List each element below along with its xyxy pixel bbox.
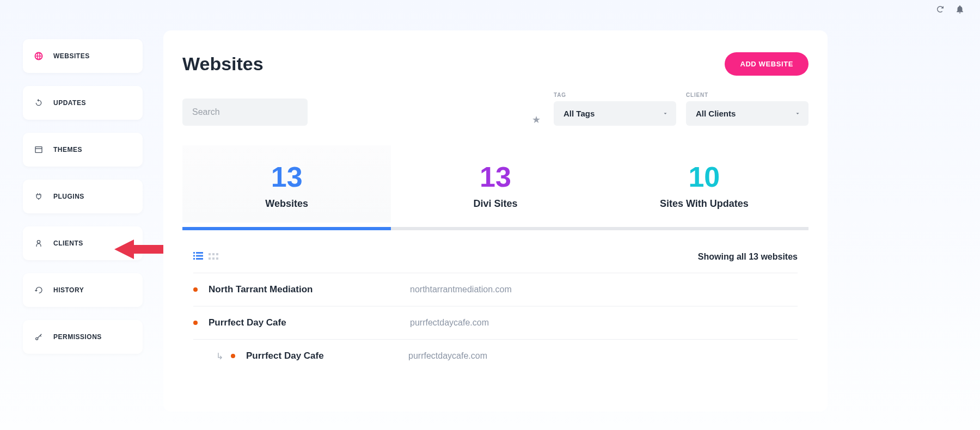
sidebar-item-label: UPDATES [53,99,86,107]
sync-icon [34,98,44,108]
svg-point-2 [37,241,40,243]
status-dot [231,354,235,358]
stat-value: 13 [396,162,594,193]
key-icon [34,332,44,342]
svg-rect-16 [216,257,218,260]
add-website-button[interactable]: ADD WEBSITE [725,52,808,76]
grid-view-icon[interactable] [209,252,218,262]
stat-value: 13 [188,162,385,193]
website-name: Purrfect Day Cafe [209,317,399,328]
svg-rect-14 [209,257,211,260]
svg-rect-13 [216,253,218,255]
favorite-filter-icon[interactable]: ★ [532,114,541,126]
website-url: northtarrantmediation.com [410,285,512,294]
list-view-icon[interactable] [193,252,203,262]
stat-value: 10 [605,162,803,193]
svg-rect-7 [193,255,195,257]
arrow-annotation [114,237,163,261]
svg-marker-4 [114,239,163,259]
svg-rect-10 [196,258,203,260]
stat-divi-sites[interactable]: 13 Divi Sites [391,145,599,223]
website-name: North Tarrant Mediation [209,284,399,295]
client-select[interactable]: All Clients [686,101,808,126]
main-panel: Websites ADD WEBSITE ★ TAG All Tags CLIE… [163,30,828,411]
layout-icon [34,145,44,155]
svg-rect-11 [209,253,211,255]
svg-rect-15 [212,257,215,260]
child-indent-icon: ↳ [216,351,223,361]
stat-label: Websites [188,198,385,210]
refresh-icon[interactable] [935,4,945,16]
sidebar-item-label: PLUGINS [53,193,84,200]
svg-rect-0 [35,147,42,153]
sidebar-item-updates[interactable]: UPDATES [23,86,143,120]
sidebar-item-label: PERMISSIONS [53,333,102,341]
stat-sites-with-updates[interactable]: 10 Sites With Updates [600,145,808,223]
website-url: purrfectdaycafe.com [410,318,489,328]
website-row[interactable]: Purrfect Day Cafe purrfectdaycafe.com [193,306,798,339]
search-input[interactable] [182,99,308,126]
client-filter-label: CLIENT [686,92,808,98]
tag-select-value: All Tags [564,109,595,118]
sidebar-item-history[interactable]: HISTORY [23,273,143,307]
history-icon [34,285,44,295]
website-name: Purrfect Day Cafe [246,351,397,361]
showing-count: Showing all 13 websites [698,252,798,262]
tag-select[interactable]: All Tags [554,101,676,126]
sidebar-item-plugins[interactable]: PLUGINS [23,180,143,213]
globe-icon [34,51,44,61]
status-dot [193,287,198,292]
client-select-value: All Clients [696,109,736,118]
website-row-child[interactable]: ↳ Purrfect Day Cafe purrfectdaycafe.com [193,339,798,372]
website-list: North Tarrant Mediation northtarrantmedi… [182,273,808,372]
svg-rect-6 [196,252,203,254]
bell-icon[interactable] [955,4,965,16]
chevron-down-icon [662,109,669,118]
stat-label: Sites With Updates [605,198,803,210]
sidebar: WEBSITES UPDATES THEMES PLUGINS CLIENTS … [23,39,143,354]
chevron-down-icon [794,109,801,118]
svg-rect-5 [193,252,195,254]
user-icon [34,238,44,248]
stat-websites[interactable]: 13 Websites [182,145,391,223]
svg-rect-9 [193,258,195,260]
tag-filter-label: TAG [554,92,676,98]
website-row[interactable]: North Tarrant Mediation northtarrantmedi… [193,273,798,306]
sidebar-item-label: HISTORY [53,286,84,294]
sidebar-item-label: THEMES [53,146,82,153]
stat-tab-indicator [182,227,808,230]
svg-rect-8 [196,255,203,257]
svg-rect-12 [212,253,215,255]
plug-icon [34,192,44,201]
stat-label: Divi Sites [396,198,594,210]
sidebar-item-themes[interactable]: THEMES [23,133,143,167]
sidebar-item-label: CLIENTS [53,239,83,247]
sidebar-item-websites[interactable]: WEBSITES [23,39,143,73]
page-title: Websites [182,53,264,75]
status-dot [193,321,198,325]
svg-point-3 [36,337,38,340]
website-url: purrfectdaycafe.com [408,351,487,361]
sidebar-item-label: WEBSITES [53,52,90,60]
sidebar-item-permissions[interactable]: PERMISSIONS [23,320,143,354]
